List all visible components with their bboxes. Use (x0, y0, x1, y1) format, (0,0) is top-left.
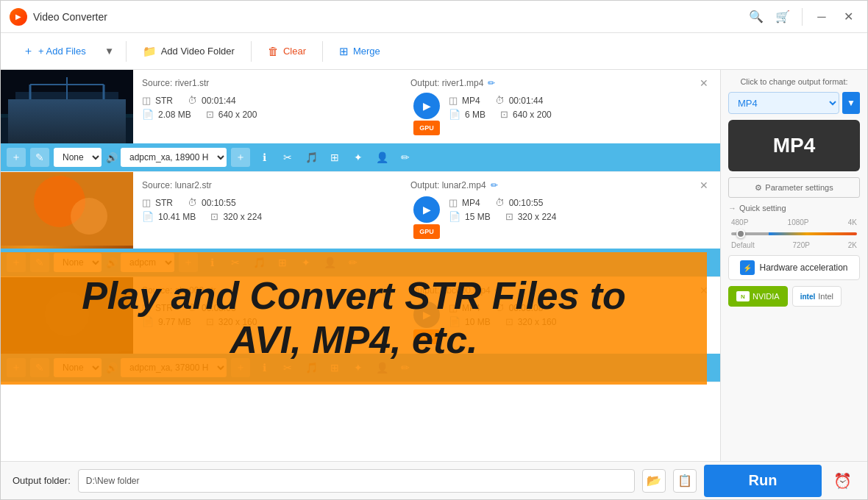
toolbar-sep-1 (126, 41, 127, 62)
gpu-options: N NVIDIA intel Intel (728, 286, 860, 307)
effects-btn-1[interactable]: ✦ (349, 148, 368, 167)
browse-folder-btn[interactable]: 📂 (642, 469, 666, 493)
audio-select-1[interactable]: adpcm_xa, 18900 H (121, 148, 227, 167)
source-format-2: ◫ STR (142, 197, 173, 208)
detail-row: ◫ MP4 ⏱ 00:01:44 (449, 95, 711, 106)
source-size-2: 📄 10.41 MB (142, 211, 196, 222)
merge-button[interactable]: ⊞ Merge (329, 38, 391, 65)
output-size-1: 📄 6 MB (449, 109, 485, 120)
hw-acceleration-btn[interactable]: ⚡ Hardware acceleration (728, 255, 860, 280)
detail-row: ◫ STR ⏱ 00:10:55 (142, 197, 405, 208)
clear-icon: 🗑 (268, 45, 279, 57)
source-details-2: ◫ STR ⏱ 00:10:55 (142, 193, 405, 243)
close-btn-2[interactable]: ✕ (697, 178, 711, 193)
format-dropdown-btn[interactable]: ▼ (842, 92, 860, 114)
clock-icon: ⏱ (495, 197, 505, 208)
file-header-1: Source: river1.str Output: river1.mp4 ✏ … (142, 76, 711, 90)
audio-container-1: 🔊 adpcm_xa, 18900 H (106, 148, 227, 167)
quality-slider-track[interactable] (731, 232, 857, 235)
source-format-1: ◫ STR (142, 95, 173, 106)
crop-btn-1[interactable]: ⊞ (325, 148, 344, 167)
search-icon[interactable]: 🔍 (746, 7, 766, 27)
clock-icon: ⏱ (495, 95, 505, 106)
edit2-btn-1[interactable]: ✏ (396, 148, 415, 167)
file-details-2: ◫ STR ⏱ 00:10:55 (142, 193, 711, 243)
alarm-btn[interactable]: ⏰ (829, 468, 855, 494)
convert-btn-2[interactable]: ▶ (413, 196, 440, 223)
output-folder-input[interactable] (78, 469, 635, 493)
clock-icon: ⏱ (188, 95, 197, 106)
res-icon: ⊡ (505, 211, 513, 222)
nvidia-btn[interactable]: N NVIDIA (728, 286, 788, 307)
add-files-dropdown[interactable]: ▼ (99, 38, 120, 65)
add-video-folder-button[interactable]: 📁 Add Video Folder (132, 38, 245, 65)
toolbar-sep-3 (322, 41, 323, 62)
arrow-container-2: ▶ GPU (413, 196, 440, 239)
detail-row: ◫ STR ⏱ 00:01:44 (142, 95, 405, 106)
svg-rect-7 (1, 114, 133, 118)
close-btn-1[interactable]: ✕ (697, 76, 711, 90)
source-duration-2: ⏱ 00:10:55 (188, 197, 236, 208)
folder-add-icon: 📁 (143, 45, 157, 58)
svg-rect-1 (1, 114, 133, 143)
gpu-badge-2: GPU (413, 224, 440, 239)
intel-btn[interactable]: intel Intel (792, 286, 842, 307)
source-details-1: ◫ STR ⏱ 00:01:44 (142, 90, 405, 138)
subtitle-bar-1: ＋ ✎ None 🔊 adpcm_xa, 18900 H ＋ ℹ (1, 143, 720, 171)
res-icon: ⊡ (500, 109, 508, 120)
file-list-wrapper: Play and Convert STR Files to AVI, MP4, … (1, 70, 720, 461)
titlebar-separator (802, 8, 803, 26)
main-area: Play and Convert STR Files to AVI, MP4, … (1, 70, 867, 461)
clear-button[interactable]: 🗑 Clear (257, 38, 316, 65)
convert-btn-1[interactable]: ▶ (413, 93, 440, 119)
format-preview: MP4 (728, 120, 860, 171)
info-btn-1[interactable]: ℹ (255, 148, 274, 167)
open-output-btn[interactable]: 📋 (673, 469, 697, 493)
cart-icon[interactable]: 🛒 (772, 7, 793, 27)
detail-row: ◫ MP4 ⏱ 00:10:55 (449, 197, 711, 208)
audio2-btn-1[interactable]: 🎵 (302, 148, 321, 167)
format-preview-text: MP4 (773, 134, 816, 157)
subtitle-select-1[interactable]: None (54, 148, 102, 167)
file-icon: 📄 (142, 109, 154, 120)
source-label-2: Source: lunar2.str (142, 180, 212, 190)
run-button[interactable]: Run (704, 465, 822, 497)
format-icon: ◫ (142, 197, 151, 208)
edit-icon-2[interactable]: ✏ (491, 180, 498, 190)
clock-icon: ⏱ (188, 197, 197, 208)
quick-setting-label: Quick setting (728, 204, 860, 213)
cut-btn-1[interactable]: ✂ (278, 148, 297, 167)
file-info-2: Source: lunar2.str Output: lunar2.mp4 ✏ … (133, 172, 720, 249)
add-files-button[interactable]: ＋ + Add Files (13, 38, 96, 65)
audio-add-btn-1[interactable]: ＋ (231, 148, 250, 167)
file-icon: 📄 (142, 211, 154, 222)
output-resolution-1: ⊡ 640 x 200 (500, 109, 552, 120)
format-icon: ◫ (142, 95, 151, 106)
titlebar: Video Converter 🔍 🛒 ─ ✕ (1, 1, 867, 33)
minimize-button[interactable]: ─ (811, 7, 832, 27)
quality-slider-container: 480P 1080P 4K Default 720P 2K (728, 218, 860, 249)
sub-add-btn-1[interactable]: ＋ (7, 148, 26, 167)
source-label-1: Source: river1.str (142, 78, 209, 88)
convert-arrow-1: ▶ GPU (405, 90, 449, 138)
quality-sublabels: Default 720P 2K (731, 241, 857, 249)
output-label-1: Output: river1.mp4 ✏ (410, 78, 495, 88)
edit-icon-1[interactable]: ✏ (488, 78, 495, 88)
overlay-banner: Play and Convert STR Files to AVI, MP4, … (1, 252, 707, 385)
table-row: Source: river1.str Output: river1.mp4 ✏ … (1, 70, 720, 143)
source-size-1: 📄 2.08 MB (142, 109, 191, 120)
toolbar: ＋ + Add Files ▼ 📁 Add Video Folder 🗑 Cle… (1, 33, 867, 70)
format-select[interactable]: MP4 (728, 92, 839, 114)
close-button[interactable]: ✕ (838, 7, 858, 27)
quality-slider-thumb[interactable] (736, 229, 745, 238)
file-icon: 📄 (449, 211, 460, 222)
sub-edit-btn-1[interactable]: ✎ (30, 148, 49, 167)
output-duration-2: ⏱ 00:10:55 (495, 197, 544, 208)
quality-labels: 480P 1080P 4K (731, 218, 857, 226)
merge-icon: ⊞ (339, 45, 349, 58)
detail-row: 📄 10.41 MB ⊡ 320 x 224 (142, 211, 405, 222)
param-settings-btn[interactable]: ⚙ Parameter settings (728, 177, 860, 198)
nvidia-icon: N (736, 291, 750, 301)
file-icon: 📄 (449, 109, 460, 120)
watermark-btn-1[interactable]: 👤 (372, 148, 391, 167)
